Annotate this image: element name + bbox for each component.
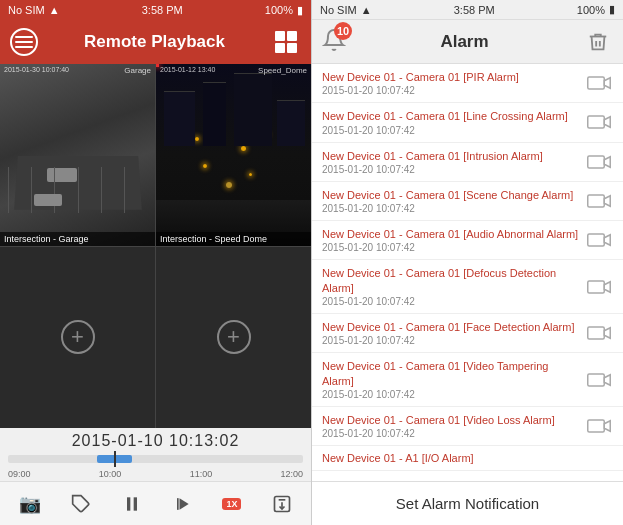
left-panel: No SIM ▲ 3:58 PM 100% ▮ Remote Playback	[0, 0, 311, 525]
hamburger-icon	[15, 36, 33, 48]
right-page-title: Alarm	[440, 32, 488, 52]
set-alarm-label: Set Alarm Notification	[396, 495, 539, 512]
wifi-icon: ▲	[49, 4, 60, 16]
svg-marker-15	[604, 196, 610, 207]
cam2-label: Intersection - Speed Dome	[156, 232, 311, 246]
alarm-item-3[interactable]: New Device 01 - Camera 01 [Intrusion Ala…	[312, 143, 623, 182]
cam2-sublabel: Speed_Dome	[258, 66, 307, 75]
camera-icon-3	[587, 153, 611, 171]
skip-button[interactable]	[166, 490, 198, 518]
alarm-item-9-title: New Device 01 - Camera 01 [Video Loss Al…	[322, 413, 579, 427]
alarm-item-2-text: New Device 01 - Camera 01 [Line Crossing…	[322, 109, 579, 135]
alarm-item-4-title: New Device 01 - Camera 01 [Scene Change …	[322, 188, 579, 202]
svg-marker-19	[604, 282, 610, 293]
cam1-feed	[0, 64, 155, 246]
camera-icon-7	[587, 324, 611, 342]
alarm-list: New Device 01 - Camera 01 [PIR Alarm] 20…	[312, 64, 623, 481]
speed-button[interactable]: 1X	[216, 494, 247, 514]
alarm-icon-container[interactable]: 10	[322, 28, 346, 56]
alarm-item-8-date: 2015-01-20 10:07:42	[322, 389, 579, 400]
alarm-item-8-title: New Device 01 - Camera 01 [Video Tamperi…	[322, 359, 579, 388]
alarm-item-1-title: New Device 01 - Camera 01 [PIR Alarm]	[322, 70, 579, 84]
alarm-item-3-title: New Device 01 - Camera 01 [Intrusion Ala…	[322, 149, 579, 163]
svg-rect-18	[588, 281, 605, 293]
alarm-item-6-title: New Device 01 - Camera 01 [Defocus Detec…	[322, 266, 579, 295]
svg-marker-4	[180, 498, 189, 510]
cam2-label-text: Intersection - Speed Dome	[160, 234, 267, 244]
svg-rect-3	[177, 498, 179, 510]
cam1-label: Intersection - Garage	[0, 232, 155, 246]
camera-cell-1[interactable]: 2015-01-30 10:07:40 Garage Intersection …	[0, 64, 155, 246]
camera-icon-9	[587, 417, 611, 435]
delete-all-button[interactable]	[583, 27, 613, 57]
left-status-right: 100% ▮	[265, 4, 303, 17]
pause-button[interactable]	[116, 490, 148, 518]
skip-icon	[172, 494, 192, 514]
alarm-item-6-date: 2015-01-20 10:07:42	[322, 296, 579, 307]
alarm-item-3-date: 2015-01-20 10:07:42	[322, 164, 579, 175]
alarm-item-2-date: 2015-01-20 10:07:42	[322, 125, 579, 136]
svg-rect-2	[133, 497, 136, 510]
cam1-sublabel: Garage	[124, 66, 151, 75]
cam1-car	[47, 168, 77, 182]
alarm-item-7-date: 2015-01-20 10:07:42	[322, 335, 579, 346]
grid-icon	[275, 31, 297, 53]
camera-icon-2	[587, 113, 611, 131]
alarm-item-4-date: 2015-01-20 10:07:42	[322, 203, 579, 214]
alarm-badge: 10	[334, 22, 352, 40]
alarm-item-10[interactable]: New Device 01 - A1 [I/O Alarm]	[312, 446, 623, 471]
camera-cell-3[interactable]: +	[0, 247, 155, 429]
right-panel: No SIM ▲ 3:58 PM 100% ▮ 10 Alarm	[311, 0, 623, 525]
right-status-left: No SIM ▲	[320, 4, 372, 16]
camera-icon-1	[587, 74, 611, 92]
camera-cell-2[interactable]: 2015-01-12 13:40 Speed_Dome Intersection…	[156, 64, 311, 246]
camera-cell-4[interactable]: +	[156, 247, 311, 429]
cam2-lights	[156, 64, 311, 246]
screenshot-button[interactable]: 📷	[13, 491, 47, 517]
alarm-item-5[interactable]: New Device 01 - Camera 01 [Audio Abnorma…	[312, 221, 623, 260]
set-alarm-button[interactable]: Set Alarm Notification	[312, 481, 623, 525]
alarm-item-9[interactable]: New Device 01 - Camera 01 [Video Loss Al…	[312, 407, 623, 446]
right-status-right: 100% ▮	[577, 3, 615, 16]
timeline-label-4: 12:00	[280, 469, 303, 479]
right-top-bar: 10 Alarm	[312, 20, 623, 64]
menu-button[interactable]	[10, 28, 38, 56]
add-camera-3-icon: +	[61, 320, 95, 354]
alarm-item-4[interactable]: New Device 01 - Camera 01 [Scene Change …	[312, 182, 623, 221]
alarm-item-6[interactable]: New Device 01 - Camera 01 [Defocus Detec…	[312, 260, 623, 314]
add-camera-4-icon: +	[217, 320, 251, 354]
timeline-track[interactable]	[8, 455, 303, 463]
battery-icon: ▮	[297, 4, 303, 17]
svg-rect-12	[588, 156, 605, 168]
timeline-label-2: 10:00	[99, 469, 122, 479]
right-time-text: 3:58 PM	[454, 4, 495, 16]
screenshot-icon: 📷	[19, 495, 41, 513]
timeline-bar-container[interactable]	[8, 450, 303, 468]
grid-view-button[interactable]	[271, 27, 301, 57]
svg-marker-23	[604, 374, 610, 385]
camera-icon-8	[587, 371, 611, 389]
alarm-item-7-title: New Device 01 - Camera 01 [Face Detectio…	[322, 320, 579, 334]
alarm-item-9-date: 2015-01-20 10:07:42	[322, 428, 579, 439]
alarm-item-4-icon	[585, 190, 613, 212]
alarm-item-1[interactable]: New Device 01 - Camera 01 [PIR Alarm] 20…	[312, 64, 623, 103]
alarm-item-8[interactable]: New Device 01 - Camera 01 [Video Tamperi…	[312, 353, 623, 407]
export-button[interactable]	[266, 490, 298, 518]
timeline-label-3: 11:00	[190, 469, 213, 479]
timeline-labels: 09:00 10:00 11:00 12:00	[8, 469, 303, 479]
alarm-item-7[interactable]: New Device 01 - Camera 01 [Face Detectio…	[312, 314, 623, 353]
cam2-timestamp: 2015-01-12 13:40	[160, 66, 215, 73]
cam1-timestamp: 2015-01-30 10:07:40	[4, 66, 69, 73]
alarm-item-6-icon	[585, 276, 613, 298]
alarm-item-2[interactable]: New Device 01 - Camera 01 [Line Crossing…	[312, 103, 623, 142]
svg-rect-16	[588, 234, 605, 246]
current-time-display: 2015-01-10 10:13:02	[8, 432, 303, 450]
right-carrier-text: No SIM	[320, 4, 357, 16]
tag-icon	[71, 494, 91, 514]
alarm-item-5-date: 2015-01-20 10:07:42	[322, 242, 579, 253]
alarm-item-5-text: New Device 01 - Camera 01 [Audio Abnorma…	[322, 227, 579, 253]
svg-marker-25	[604, 421, 610, 432]
svg-marker-21	[604, 328, 610, 339]
cam1-label-text: Intersection - Garage	[4, 234, 89, 244]
tag-button[interactable]	[65, 490, 97, 518]
